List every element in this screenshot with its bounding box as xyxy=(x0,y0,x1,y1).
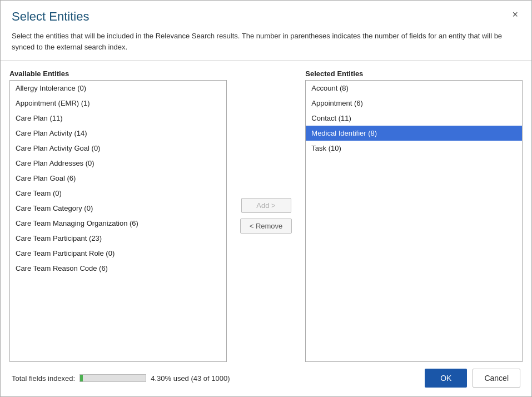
list-item[interactable]: Care Team Category (0) xyxy=(10,201,226,216)
list-item[interactable]: Care Team (0) xyxy=(10,186,226,201)
dialog-title: Select Entities xyxy=(12,9,89,24)
list-item[interactable]: Task (10) xyxy=(306,141,522,156)
list-item[interactable]: Care Plan (11) xyxy=(10,111,226,126)
available-entities-panel: Available Entities Allergy Intolerance (… xyxy=(9,70,227,362)
progress-bar-background xyxy=(79,374,146,382)
list-item[interactable]: Care Plan Activity (14) xyxy=(10,126,226,141)
content-area: Available Entities Allergy Intolerance (… xyxy=(1,61,531,362)
list-item[interactable]: Medical Identifier (8) xyxy=(306,126,522,141)
middle-controls: Add > < Remove xyxy=(227,70,306,362)
dialog-description: Select the entities that will be include… xyxy=(1,28,531,60)
available-entities-list[interactable]: Allergy Intolerance (0)Appointment (EMR)… xyxy=(9,80,227,362)
add-button[interactable]: Add > xyxy=(241,198,291,213)
progress-text: 4.30% used (43 of 1000) xyxy=(151,374,230,383)
list-item[interactable]: Care Team Participant Role (0) xyxy=(10,246,226,261)
index-label: Total fields indexed: xyxy=(12,374,75,383)
list-item[interactable]: Account (8) xyxy=(306,81,522,96)
footer: Total fields indexed: 4.30% used (43 of … xyxy=(1,362,531,396)
selected-entities-list[interactable]: Account (8)Appointment (6)Contact (11)Me… xyxy=(305,80,523,362)
progress-bar-fill xyxy=(80,375,83,381)
close-button[interactable]: × xyxy=(510,9,520,19)
list-item[interactable]: Care Team Managing Organization (6) xyxy=(10,216,226,231)
list-item[interactable]: Care Plan Activity Goal (0) xyxy=(10,141,226,156)
list-item[interactable]: Care Plan Addresses (0) xyxy=(10,156,226,171)
list-item[interactable]: Care Team Reason Code (6) xyxy=(10,261,226,276)
dialog-header: Select Entities × xyxy=(1,1,531,28)
list-item[interactable]: Contact (11) xyxy=(306,111,522,126)
index-info: Total fields indexed: 4.30% used (43 of … xyxy=(12,374,230,383)
list-item[interactable]: Appointment (6) xyxy=(306,96,522,111)
available-panel-label: Available Entities xyxy=(9,70,227,78)
list-item[interactable]: Allergy Intolerance (0) xyxy=(10,81,226,96)
ok-button[interactable]: OK xyxy=(425,369,467,388)
list-item[interactable]: Care Plan Goal (6) xyxy=(10,171,226,186)
list-item[interactable]: Appointment (EMR) (1) xyxy=(10,96,226,111)
select-entities-dialog: Select Entities × Select the entities th… xyxy=(0,0,532,397)
cancel-button[interactable]: Cancel xyxy=(473,369,520,388)
selected-entities-panel: Selected Entities Account (8)Appointment… xyxy=(305,70,523,362)
footer-buttons: OK Cancel xyxy=(425,369,520,388)
selected-panel-label: Selected Entities xyxy=(305,70,523,78)
remove-button[interactable]: < Remove xyxy=(240,219,292,234)
list-item[interactable]: Care Team Participant (23) xyxy=(10,231,226,246)
